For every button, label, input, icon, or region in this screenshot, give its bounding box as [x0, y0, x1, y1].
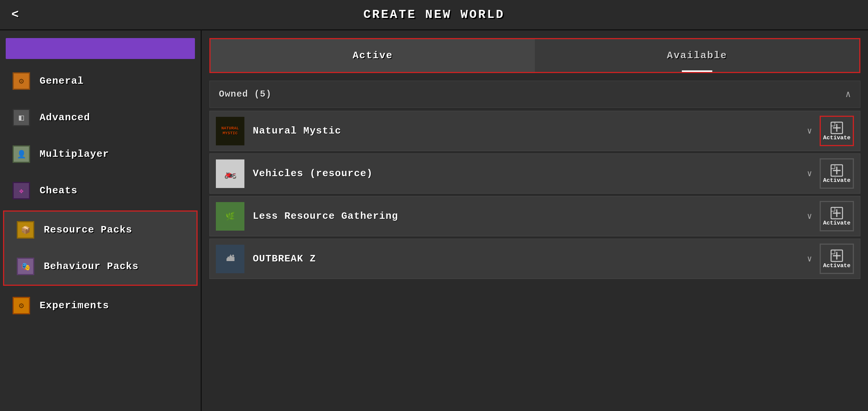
sidebar-item-advanced[interactable]: Advanced: [0, 99, 201, 136]
pack-list: NATURALMYSTIC Natural Mystic ∨ Activate: [209, 111, 860, 403]
sidebar-top-bar: [6, 38, 195, 59]
tab-available[interactable]: Available: [535, 39, 859, 72]
section-title: Owned (5): [219, 89, 272, 99]
sidebar-label-experiments: Experiments: [40, 300, 109, 311]
tab-active[interactable]: Active: [211, 39, 535, 72]
main-layout: General Advanced Multiplayer Cheats: [0, 30, 868, 411]
svg-rect-11: [831, 207, 835, 211]
tab-bar: Active Available: [209, 38, 860, 73]
chevron-up-icon: ∧: [846, 89, 851, 100]
list-item: 🏙 OUTBREAK Z ∨ Activate: [209, 239, 860, 279]
back-button[interactable]: <: [11, 8, 19, 22]
behaviour-icon: [16, 256, 35, 276]
expand-chevron-icon[interactable]: ∨: [807, 254, 812, 264]
section-header-owned[interactable]: Owned (5) ∧: [209, 81, 860, 108]
sidebar-label-advanced: Advanced: [40, 112, 90, 123]
pack-name-vehicles: Vehicles (resource): [253, 168, 807, 179]
pack-thumbnail-vehicles: 🏍️: [216, 159, 244, 188]
content-area: Active Available Owned (5) ∧ NATURALMYST…: [202, 30, 868, 411]
list-item: 🌿 Less Resource Gathering ∨ Activate: [209, 196, 860, 236]
svg-rect-7: [831, 165, 835, 169]
expand-chevron-icon[interactable]: ∨: [807, 211, 812, 221]
sidebar-item-cheats[interactable]: Cheats: [0, 172, 201, 209]
svg-rect-3: [831, 122, 835, 126]
activate-icon-outbreak: [830, 249, 844, 263]
activate-icon-gather: [830, 206, 844, 220]
pack-name-outbreak: OUTBREAK Z: [253, 253, 807, 264]
activate-icon-natural: [830, 121, 844, 135]
sidebar: General Advanced Multiplayer Cheats: [0, 30, 202, 411]
sidebar-label-multiplayer: Multiplayer: [40, 148, 109, 160]
expand-chevron-icon[interactable]: ∨: [807, 126, 812, 136]
pack-thumbnail-gather: 🌿: [216, 202, 244, 231]
gear-icon: [11, 71, 31, 91]
activate-icon-vehicles: [830, 164, 844, 177]
activate-button-outbreak[interactable]: Activate: [820, 244, 854, 274]
activate-button-natural[interactable]: Activate: [820, 116, 854, 146]
sidebar-item-experiments[interactable]: Experiments: [0, 287, 201, 324]
sidebar-label-cheats: Cheats: [40, 185, 78, 196]
sidebar-item-general[interactable]: General: [0, 63, 201, 99]
page-title: CREATE NEW WORLD: [363, 8, 504, 22]
list-item: NATURALMYSTIC Natural Mystic ∨ Activate: [209, 111, 860, 151]
sidebar-item-behaviour-packs[interactable]: Behaviour Packs: [4, 248, 196, 285]
advanced-icon: [11, 108, 31, 127]
pack-thumbnail-natural: NATURALMYSTIC: [216, 117, 244, 145]
pack-name-natural: Natural Mystic: [253, 125, 807, 137]
sidebar-label-resource-packs: Resource Packs: [44, 224, 132, 236]
experiments-icon: [11, 296, 31, 315]
resource-icon: [16, 220, 35, 240]
activate-button-vehicles[interactable]: Activate: [820, 158, 854, 189]
header: < CREATE NEW WORLD: [0, 0, 868, 30]
sidebar-packs-section: Resource Packs Behaviour Packs: [3, 210, 198, 286]
svg-rect-15: [831, 250, 835, 254]
pack-name-gather: Less Resource Gathering: [253, 210, 807, 222]
sidebar-item-multiplayer[interactable]: Multiplayer: [0, 136, 201, 172]
list-item: 🏍️ Vehicles (resource) ∨ Activate: [209, 153, 860, 194]
sidebar-item-resource-packs[interactable]: Resource Packs: [4, 212, 196, 248]
sidebar-label-general: General: [40, 75, 84, 87]
expand-chevron-icon[interactable]: ∨: [807, 169, 812, 179]
cheats-icon: [11, 181, 31, 201]
multiplayer-icon: [11, 144, 31, 164]
activate-button-gather[interactable]: Activate: [820, 201, 854, 231]
sidebar-label-behaviour-packs: Behaviour Packs: [44, 261, 139, 272]
pack-thumbnail-outbreak: 🏙: [216, 245, 244, 273]
